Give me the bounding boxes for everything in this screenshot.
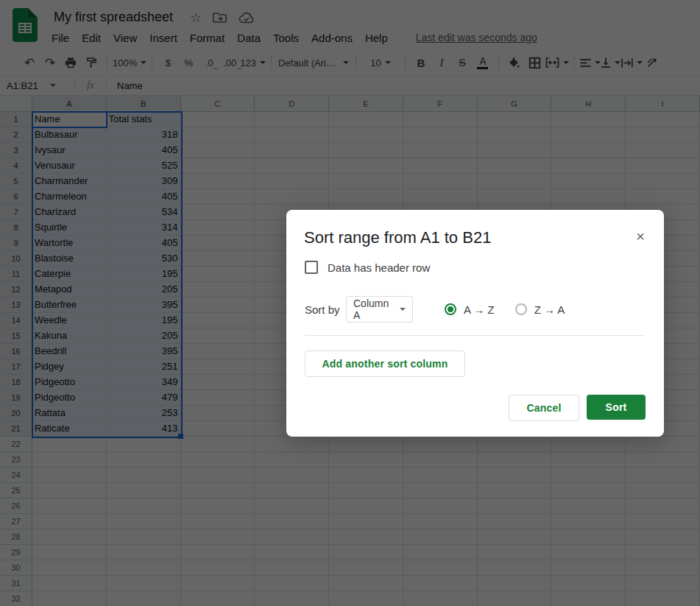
sort-button[interactable]: Sort: [587, 395, 646, 420]
close-icon[interactable]: ×: [633, 229, 648, 244]
header-row-option[interactable]: Data has header row: [305, 261, 430, 274]
sort-range-dialog: Sort range from A1 to B21 × Data has hea…: [286, 210, 664, 437]
sort-column-value: Column A: [353, 297, 396, 321]
sort-by-label: Sort by: [305, 303, 346, 316]
header-row-checkbox[interactable]: [305, 261, 318, 274]
google-sheets-app: My first spreadsheet ☆ File Edit View In…: [0, 0, 700, 606]
cancel-button[interactable]: Cancel: [509, 395, 579, 421]
sort-ascending-option[interactable]: A → Z: [445, 303, 495, 316]
radio-selected-icon: [445, 303, 456, 315]
dialog-title: Sort range from A1 to B21: [304, 228, 491, 247]
sort-order-options: A → Z Z → A: [445, 303, 565, 316]
ascending-label: A → Z: [464, 303, 495, 316]
sort-descending-option[interactable]: Z → A: [515, 303, 565, 316]
sort-criteria-row: Sort by Column A A → Z Z → A: [305, 296, 565, 323]
descending-label: Z → A: [534, 303, 565, 316]
radio-unselected-icon: [515, 303, 527, 315]
header-row-label: Data has header row: [328, 261, 430, 274]
chevron-down-icon: [400, 308, 406, 311]
add-sort-column-button[interactable]: Add another sort column: [305, 350, 465, 377]
dialog-divider: [305, 335, 644, 336]
sort-column-select[interactable]: Column A: [346, 296, 413, 323]
